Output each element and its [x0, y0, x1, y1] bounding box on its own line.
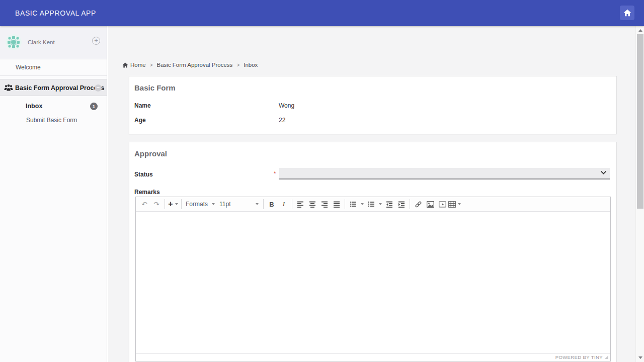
- breadcrumb-home[interactable]: Home: [122, 62, 146, 68]
- caret-down-icon: [175, 203, 178, 205]
- redo-button[interactable]: ↷: [150, 199, 163, 210]
- align-justify-icon[interactable]: [331, 199, 343, 210]
- user-name: Clark Kent: [28, 39, 55, 45]
- breadcrumb-separator: >: [150, 62, 153, 68]
- name-label: Name: [134, 102, 151, 109]
- user-panel: Clark Kent +: [0, 26, 107, 59]
- insert-menu-button[interactable]: +: [167, 199, 179, 210]
- sidebar-item-basic-form-approval-process[interactable]: Basic Form Approval Process −: [0, 79, 107, 96]
- home-icon: [623, 9, 631, 17]
- formats-dropdown[interactable]: Formats: [184, 199, 215, 210]
- required-marker: *: [274, 170, 276, 176]
- breadcrumb-process[interactable]: Basic Form Approval Process: [157, 62, 233, 68]
- main-content: Home > Basic Form Approval Process > Inb…: [108, 26, 635, 362]
- scroll-up-arrow[interactable]: [638, 29, 642, 32]
- basic-form-card: Basic Form Name Wong Age 22: [129, 76, 617, 134]
- undo-button[interactable]: ↶: [138, 199, 150, 210]
- caret-down-icon: [256, 203, 259, 205]
- caret-down-icon: [361, 203, 364, 205]
- sidebar-item-inbox[interactable]: Inbox 1: [0, 99, 107, 114]
- sidebar-item-welcome[interactable]: Welcome: [0, 59, 107, 76]
- table-button[interactable]: [448, 199, 461, 210]
- home-icon: [122, 62, 128, 68]
- card-title: Approval: [134, 149, 167, 158]
- remarks-editor: ↶ ↷ + Formats 11pt B I: [135, 197, 611, 361]
- status-select[interactable]: [279, 168, 610, 179]
- top-navbar: BASIC APPROVAL APP: [0, 0, 644, 26]
- status-label: Status: [134, 171, 153, 178]
- remarks-editor-body[interactable]: [136, 212, 610, 353]
- resize-handle[interactable]: [605, 355, 608, 359]
- link-icon[interactable]: [412, 199, 424, 210]
- sidebar-item-label: Inbox: [26, 103, 42, 110]
- sidebar-item-label: Basic Form Approval Process: [15, 84, 104, 92]
- caret-down-icon: [458, 203, 461, 205]
- outdent-button[interactable]: [383, 199, 395, 210]
- scrollbar-thumb[interactable]: [637, 34, 643, 209]
- avatar: [6, 34, 22, 50]
- align-right-icon[interactable]: [318, 199, 331, 210]
- card-title: Basic Form: [134, 83, 176, 92]
- media-icon[interactable]: [436, 199, 448, 210]
- approval-card: Approval Status * Remarks ↶ ↷ + Formats …: [129, 142, 617, 362]
- breadcrumb-inbox[interactable]: Inbox: [244, 62, 258, 68]
- powered-by-tiny-label: POWERED BY TINY: [555, 354, 603, 360]
- editor-statusbar: POWERED BY TINY: [136, 353, 610, 361]
- home-button[interactable]: [620, 6, 634, 20]
- numbered-list-button[interactable]: [365, 199, 377, 210]
- scroll-down-arrow[interactable]: [638, 356, 642, 359]
- vertical-scrollbar[interactable]: [635, 26, 644, 362]
- users-icon: [4, 84, 13, 92]
- breadcrumb-separator: >: [236, 62, 239, 68]
- inbox-count-badge: 1: [90, 103, 98, 110]
- image-icon[interactable]: [424, 199, 436, 210]
- bullet-list-caret[interactable]: [359, 199, 365, 210]
- collapse-toggle[interactable]: −: [95, 84, 102, 92]
- breadcrumb: Home > Basic Form Approval Process > Inb…: [122, 62, 258, 68]
- sidebar-item-submit-basic-form[interactable]: Submit Basic Form: [0, 114, 107, 127]
- caret-down-icon: [379, 203, 382, 205]
- remarks-label: Remarks: [134, 189, 160, 196]
- align-left-icon[interactable]: [294, 199, 306, 210]
- age-value: 22: [279, 117, 285, 124]
- bullet-list-button[interactable]: [347, 199, 359, 210]
- bold-button[interactable]: B: [266, 199, 278, 210]
- add-user-button[interactable]: +: [92, 37, 100, 45]
- name-value: Wong: [279, 102, 294, 109]
- editor-toolbar: ↶ ↷ + Formats 11pt B I: [136, 197, 610, 212]
- fontsize-dropdown[interactable]: 11pt: [215, 199, 261, 210]
- italic-button[interactable]: I: [278, 199, 290, 210]
- sidebar: Clark Kent + Welcome Basic Form Approval…: [0, 26, 107, 362]
- age-label: Age: [134, 117, 146, 124]
- chevron-down-icon: [601, 171, 606, 174]
- numbered-list-caret[interactable]: [377, 199, 383, 210]
- indent-button[interactable]: [395, 199, 408, 210]
- app-title: BASIC APPROVAL APP: [15, 0, 96, 26]
- align-center-icon[interactable]: [306, 199, 318, 210]
